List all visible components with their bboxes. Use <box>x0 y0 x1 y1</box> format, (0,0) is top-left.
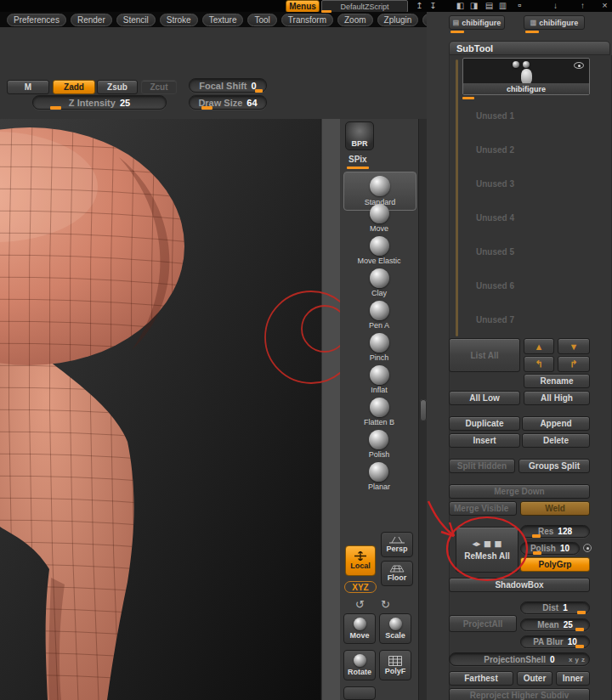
brush-item[interactable]: Inflat <box>370 365 389 398</box>
rotate-gizmo-button[interactable]: Rotate <box>343 650 376 680</box>
subtool-item-unused[interactable]: Unused 1 <box>464 99 588 133</box>
new-document-icon[interactable]: ▫ <box>513 0 526 11</box>
move-gizmo-button[interactable]: Move <box>343 613 376 644</box>
rename-button[interactable]: Rename <box>524 374 590 388</box>
document-grid-icon[interactable]: ▥ <box>496 0 509 11</box>
subtool-item-unused[interactable]: Unused 7 <box>464 302 588 336</box>
projectall-button[interactable]: ProjectAll <box>449 615 517 632</box>
subtool-scrollbar[interactable] <box>456 59 458 336</box>
zadd-button[interactable]: Zadd <box>53 80 95 94</box>
merge-down-button[interactable]: Merge Down <box>449 484 590 499</box>
download-icon[interactable]: ↓ <box>549 0 562 11</box>
subtool-item-unused[interactable]: Unused 6 <box>464 268 588 302</box>
remesh-all-button[interactable]: ◂▸ ▦ ▦ ReMesh All <box>456 527 518 573</box>
xyz-button[interactable]: XYZ <box>344 581 377 593</box>
insert-button[interactable]: Insert <box>449 433 520 448</box>
merge-visible-button[interactable]: Merge Visible <box>449 501 517 516</box>
copy-document-icon[interactable]: ◧ <box>454 0 467 11</box>
zsub-button[interactable]: Zsub <box>97 80 138 94</box>
subtool-item-unused[interactable]: Unused 5 <box>464 234 588 268</box>
doc-tab-1[interactable]: ▤ chibifigure <box>449 15 505 30</box>
spix-button[interactable]: SPix <box>348 155 367 164</box>
menu-item[interactable]: Preferences <box>7 14 66 26</box>
doc-tab-2[interactable]: ▥ chibifigure <box>524 15 585 30</box>
document-stack-icon[interactable]: ▤ <box>483 0 496 11</box>
outer-button[interactable]: Outer <box>517 671 552 686</box>
subtool-item-unused[interactable]: Unused 2 <box>464 133 588 167</box>
reproject-higher-subdiv-button[interactable]: Reproject Higher Subdiv <box>449 688 590 700</box>
brush-item[interactable]: Flatten B <box>364 398 394 430</box>
axis-toggles[interactable]: x y z <box>569 656 585 663</box>
z-intensity-slider[interactable]: Z Intensity 25 <box>32 95 167 110</box>
brush-item[interactable]: Planar <box>368 462 390 494</box>
weld-button[interactable]: Weld <box>520 501 590 516</box>
menu-item[interactable]: Zplugin <box>377 14 419 26</box>
draw-size-handle[interactable] <box>201 106 212 110</box>
menu-item[interactable]: Render <box>71 14 112 26</box>
subtool-up-button[interactable]: ▲ <box>524 338 554 354</box>
z-intensity-handle[interactable] <box>50 106 61 110</box>
menu-item[interactable]: Texture <box>202 14 244 26</box>
res-handle[interactable] <box>532 534 541 538</box>
append-button[interactable]: Append <box>522 416 590 431</box>
default-zscript-button[interactable]: DefaultZScript <box>321 0 408 13</box>
delete-button[interactable]: Delete <box>522 433 590 448</box>
subtool-item-unused[interactable]: Unused 3 <box>464 167 588 200</box>
mrgb-button[interactable]: M <box>7 80 49 94</box>
groups-split-button[interactable]: Groups Split <box>518 459 590 473</box>
brush-item[interactable]: Move Elastic <box>357 236 400 268</box>
upload-icon[interactable]: ↑ <box>576 0 589 11</box>
axis-y-toggle[interactable]: y <box>575 656 579 663</box>
res-slider[interactable]: Res 128 <box>520 525 590 538</box>
brush-item[interactable]: Polish <box>369 430 390 462</box>
subtool-item-active[interactable]: chibifigure <box>462 58 590 95</box>
close-icon[interactable]: × <box>598 0 611 11</box>
axis-x-toggle[interactable]: x <box>569 656 572 663</box>
load-icon[interactable]: ↥ <box>413 0 426 11</box>
document-canvas[interactable] <box>0 119 340 700</box>
panel-resize-handle[interactable] <box>420 399 427 421</box>
bpr-button[interactable]: BPR <box>345 121 374 150</box>
draw-size-slider[interactable]: Draw Size 64 <box>189 95 267 110</box>
farthest-button[interactable]: Farthest <box>449 671 513 686</box>
local-symmetry-button[interactable]: Local <box>345 545 376 576</box>
menu-item[interactable]: Stroke <box>160 14 198 26</box>
inner-button[interactable]: Inner <box>556 671 590 686</box>
dist-slider[interactable]: Dist 1 <box>520 601 590 614</box>
mean-handle[interactable] <box>575 628 584 631</box>
extra-tile[interactable] <box>343 686 376 700</box>
move-up-stack-button[interactable]: ↰ <box>524 356 554 372</box>
subtool-item-unused[interactable]: Unused 4 <box>464 200 588 234</box>
shadowbox-button[interactable]: ShadowBox <box>449 578 590 592</box>
polygrp-button[interactable]: PolyGrp <box>520 557 590 572</box>
list-all-button[interactable]: List All <box>449 338 520 372</box>
axis-z-toggle[interactable]: z <box>581 656 585 663</box>
rotate-cw-icon[interactable]: ↻ <box>381 598 390 611</box>
split-hidden-button[interactable]: Split Hidden <box>449 459 515 473</box>
pa-blur-slider[interactable]: PA Blur 10 <box>520 635 590 648</box>
all-low-button[interactable]: All Low <box>449 391 520 405</box>
scale-gizmo-button[interactable]: Scale <box>379 613 411 644</box>
brush-item[interactable]: Clay <box>370 268 389 301</box>
brush-item[interactable]: Move <box>370 204 389 236</box>
zcut-button[interactable]: Zcut <box>141 80 177 94</box>
mean-slider[interactable]: Mean 25 <box>520 618 590 631</box>
subtool-down-button[interactable]: ▼ <box>558 338 590 354</box>
focal-shift-handle[interactable] <box>255 89 263 93</box>
dist-handle[interactable] <box>577 611 586 614</box>
brush-item[interactable]: Pinch <box>370 333 389 365</box>
duplicate-button[interactable]: Duplicate <box>449 416 520 431</box>
brush-item[interactable]: Pen A <box>369 301 389 333</box>
all-high-button[interactable]: All High <box>524 391 590 405</box>
polish-slider[interactable]: Polish 10 <box>520 542 580 555</box>
menu-item[interactable]: Stencil <box>116 14 156 26</box>
polish-crisp-toggle[interactable] <box>583 544 592 552</box>
floor-button[interactable]: Floor <box>381 561 413 586</box>
projection-shell-slider[interactable]: ProjectionShell 0 x y z <box>449 652 590 666</box>
menu-item[interactable]: Tool <box>247 14 276 26</box>
menus-button[interactable]: Menus <box>286 0 320 13</box>
move-down-stack-button[interactable]: ↱ <box>558 356 590 372</box>
pa-blur-handle[interactable] <box>575 645 584 648</box>
polish-handle[interactable] <box>533 551 541 555</box>
save-icon[interactable]: ↧ <box>427 0 439 11</box>
